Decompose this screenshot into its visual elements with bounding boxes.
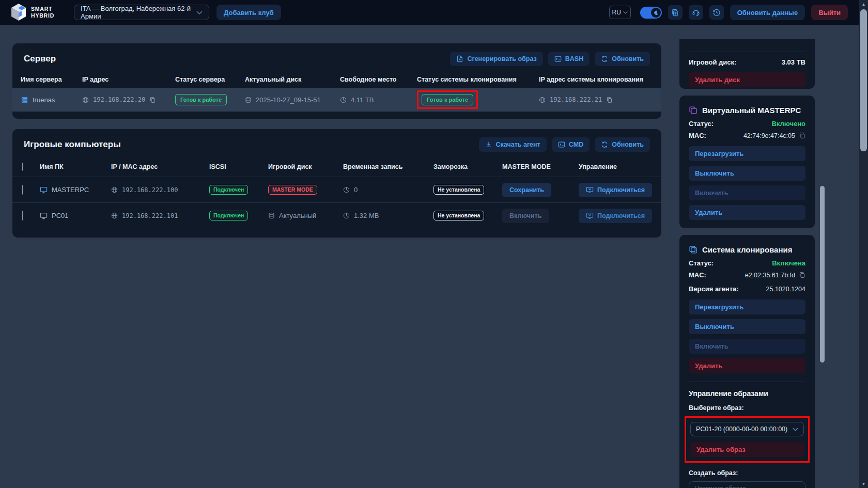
delete-disk-button[interactable]: Удалить диск [689, 72, 805, 87]
pc-row-pc01[interactable]: PC01 192.168.222.101 Подключен Актуальны… [12, 202, 661, 228]
server-table-header: Имя сервера IP адрес Статус сервера Акту… [12, 71, 661, 88]
disk-icon [268, 212, 275, 219]
col-actual-disk: Актуальный диск [245, 76, 340, 83]
sidebar-scrollbar-thumb[interactable] [820, 186, 825, 363]
computers-refresh-button[interactable]: Обновить [595, 137, 650, 152]
temp-write-value: 1.32 MB [354, 212, 379, 219]
col-free-space: Свободное место [340, 76, 417, 83]
select-all-checkbox[interactable] [22, 163, 23, 171]
bash-button[interactable]: BASH [548, 52, 590, 66]
image-select[interactable]: PC01-20 (0000-00-00 00:00:00) [690, 422, 804, 436]
chevron-down-icon [793, 428, 798, 431]
clone-mac-label: MAC: [689, 271, 706, 279]
server-refresh-button[interactable]: Обновить [595, 52, 650, 66]
game-disk-text: Актуальный [279, 212, 316, 219]
clone-delete-button[interactable]: Удалить [689, 358, 805, 373]
server-row[interactable]: truenas 192.168.222.20 Готов к работе [12, 88, 661, 112]
clone-shutdown-button[interactable]: Выключить [689, 319, 805, 334]
pc-name: PC01 [52, 212, 69, 219]
club-selector[interactable]: ITA — Волгоград, Набережная 62-й Армии [74, 5, 209, 20]
col-server-ip: IP адрес [82, 76, 175, 83]
page-scrollbar[interactable]: ▲ ▼ [859, 0, 868, 488]
generate-image-button[interactable]: Сгенерировать образ [450, 52, 542, 66]
gauge-icon [343, 212, 350, 219]
right-sidebar: Игровой диск: 3.03 TB Удалить диск Вирту… [679, 39, 815, 488]
scroll-down-arrow[interactable]: ▼ [859, 480, 868, 488]
clone-poweron-button[interactable]: Включить [689, 339, 805, 354]
server-name: truenas [33, 96, 55, 104]
refresh-icon [601, 141, 608, 148]
history-icon[interactable] [709, 5, 724, 20]
theme-toggle[interactable] [640, 7, 662, 19]
globe-icon [82, 97, 89, 103]
pc-name: MASTERPC [52, 186, 89, 194]
pc-row-masterpc[interactable]: MASTERPC 192.168.222.100 Подключен MASTE… [12, 177, 661, 202]
refresh-data-button[interactable]: Обновить данные [730, 5, 805, 20]
col-clone-ip: IP адрес системы клонирования [539, 76, 661, 83]
server-status-badge: Готов к работе [175, 94, 227, 105]
images-section-title: Управление образами [689, 389, 805, 398]
terminal-icon [558, 141, 565, 148]
file-plus-icon [456, 55, 463, 62]
download-agent-button[interactable]: Скачать агент [479, 137, 547, 152]
copy-icon[interactable] [606, 97, 613, 103]
vm-poweron-button[interactable]: Включить [689, 185, 805, 200]
server-refresh-label: Обновить [612, 55, 644, 62]
server-ip: 192.168.222.20 [93, 96, 145, 103]
clone-ip: 192.168.222.21 [550, 96, 602, 103]
annotation-rect-image-select: PC01-20 (0000-00-00 00:00:00) Удалить об… [685, 416, 810, 463]
game-disk-value: 3.03 TB [782, 58, 805, 66]
globe-icon [539, 97, 546, 103]
language-selector[interactable]: RU [609, 6, 631, 19]
iscsi-badge: Подключен [209, 211, 248, 221]
temp-write-value: 0 [354, 186, 358, 194]
scroll-up-arrow[interactable]: ▲ [859, 0, 868, 8]
logout-button[interactable]: Выйти [811, 5, 848, 20]
documents-icon[interactable] [668, 5, 683, 20]
cmd-button[interactable]: CMD [552, 137, 590, 152]
page-scrollbar-thumb[interactable] [860, 9, 867, 151]
delete-image-button[interactable]: Удалить образ [690, 442, 804, 457]
brand: SMART HYBRID [10, 3, 54, 22]
copy-icon[interactable] [799, 132, 805, 139]
col-pc-ip: IP / MAC адрес [111, 163, 209, 170]
add-club-button[interactable]: Добавить клуб [216, 5, 281, 20]
monitor-icon [40, 186, 48, 194]
vm-delete-button[interactable]: Удалить [689, 205, 805, 220]
col-iscsi: iSCSI [209, 163, 268, 170]
vm-status-value: Включено [772, 120, 806, 128]
copy-icon[interactable] [149, 97, 156, 103]
col-pc-name: Имя ПК [40, 163, 111, 170]
brand-name: SMART HYBRID [31, 6, 54, 19]
chevron-down-icon [196, 11, 203, 14]
image-name-input[interactable] [689, 481, 805, 488]
support-icon[interactable] [689, 5, 703, 20]
row-checkbox[interactable] [22, 211, 23, 221]
top-navbar: SMART HYBRID ITA — Волгоград, Набережная… [0, 0, 859, 25]
master-mode-enable-button[interactable]: Включить [502, 209, 549, 223]
vm-shutdown-button[interactable]: Выключить [689, 166, 805, 181]
vm-card-title: Виртуальный MASTERPC [702, 106, 801, 115]
col-temp-write: Временная запись [343, 163, 433, 170]
vm-reboot-button[interactable]: Перезагрузить [689, 146, 805, 161]
clone-reboot-button[interactable]: Перезагрузить [689, 300, 805, 314]
agent-version-value: 25.1020.1204 [766, 286, 805, 293]
bash-label: BASH [565, 55, 583, 62]
game-disk-card: Игровой диск: 3.03 TB Удалить диск [679, 39, 815, 89]
language-value: RU [612, 9, 621, 16]
computers-table-header: Имя ПК IP / MAC адрес iSCSI Игровой диск… [12, 157, 661, 177]
connect-button[interactable]: Подключиться [579, 183, 652, 197]
connect-button[interactable]: Подключиться [579, 209, 652, 223]
col-game-disk: Игровой диск [268, 163, 343, 170]
create-image-label: Создать образ: [689, 469, 805, 477]
generate-image-label: Сгенерировать образ [467, 55, 536, 62]
copy-icon[interactable] [799, 272, 805, 278]
row-checkbox[interactable] [22, 185, 23, 195]
connect-label: Подключиться [597, 186, 645, 194]
master-mode-save-button[interactable]: Сохранить [502, 183, 551, 197]
computers-panel: Игровые компьютеры Скачать агент CMD [12, 129, 661, 238]
clone-status-value: Включена [772, 259, 805, 267]
vm-mac-value: 42:74:9e:47:4c:05 [743, 132, 795, 139]
monitor-icon [40, 212, 48, 219]
freeze-badge: Не установлена [433, 185, 484, 195]
